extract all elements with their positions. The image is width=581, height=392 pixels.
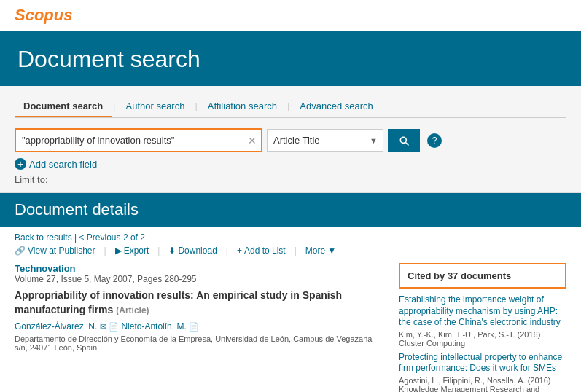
cited-link-1[interactable]: Establishing the importance weight of ap…	[399, 294, 566, 329]
view-at-publisher-link[interactable]: 🔗 View at Publisher	[15, 246, 95, 256]
author-1-link[interactable]: González-Álvarez, N.	[15, 321, 97, 332]
more-link[interactable]: More ▼	[305, 246, 336, 256]
download-icon: ⬇	[168, 246, 176, 256]
search-banner: Document search	[0, 31, 581, 86]
author-2-link[interactable]: Nieto-Antolín, M.	[121, 321, 186, 332]
add-list-icon: +	[237, 246, 242, 256]
search-tabs: Document search | Author search | Affili…	[15, 96, 566, 118]
scopus-logo: Scopus	[15, 6, 72, 24]
tab-advanced-search[interactable]: Advanced search	[291, 96, 381, 117]
add-search-field-button[interactable]: + Add search field	[15, 158, 566, 170]
search-row: ✕ Article Title Abstract Keywords Author…	[15, 128, 566, 152]
document-details-section: Document details Back to results | < Pre…	[0, 193, 581, 392]
cited-meta-1: Kim, Y.-K., Kim, T.-U., Park, S.-T. (201…	[399, 330, 566, 348]
authors: González-Álvarez, N. ✉ 📄 Nieto-Antolín, …	[15, 321, 387, 332]
previous-link[interactable]: < Previous	[79, 232, 121, 243]
document-content: Technovation Volume 27, Issue 5, May 200…	[15, 263, 566, 392]
add-to-list-link[interactable]: + Add to List	[237, 246, 286, 256]
export-icon: ▶	[115, 246, 122, 256]
document-details-body: Back to results | < Previous 2 of 2 🔗 Vi…	[0, 227, 581, 392]
export-link[interactable]: ▶ Export	[115, 246, 149, 256]
document-details-header: Document details	[0, 193, 581, 227]
search-button[interactable]	[388, 129, 420, 152]
mail-icon: ✉	[100, 322, 106, 331]
top-bar: Scopus	[0, 0, 581, 31]
search-input-wrapper: ✕	[15, 128, 262, 152]
external-link-icon: 🔗	[15, 246, 26, 256]
search-area: Document search | Author search | Affili…	[0, 86, 581, 193]
clear-icon[interactable]: ✕	[248, 135, 257, 146]
article-type: (Article)	[116, 305, 149, 315]
tab-affiliation-search[interactable]: Affiliation search	[199, 96, 286, 117]
search-icon	[398, 135, 410, 146]
field-dropdown[interactable]: Article Title Abstract Keywords Author J…	[267, 129, 383, 152]
cited-link-2[interactable]: Protecting intellectual property to enha…	[399, 352, 566, 375]
help-icon[interactable]: ?	[427, 133, 442, 148]
doc-left-panel: Technovation Volume 27, Issue 5, May 200…	[15, 263, 387, 392]
tab-document-search[interactable]: Document search	[15, 96, 112, 117]
doc-right-panel: Cited by 37 documents Establishing the i…	[399, 263, 566, 392]
action-bar: 🔗 View at Publisher | ▶ Export | ⬇ Downl…	[15, 246, 566, 256]
author-2-icons: 📄	[189, 322, 199, 331]
document-details-title: Document details	[15, 200, 566, 219]
add-search-field-label: Add search field	[29, 159, 97, 170]
cited-meta-2: Agostini, L., Filippini, R., Nosella, A.…	[399, 376, 566, 392]
banner-title: Document search	[17, 46, 564, 73]
author-1-icons: 📄	[109, 322, 119, 331]
article-title: Appropriability of innovation results: A…	[15, 289, 387, 317]
affiliation: Departamento de Dirección y Economía de …	[15, 334, 387, 352]
search-input[interactable]	[16, 130, 261, 151]
limit-to-label: Limit to:	[15, 174, 566, 185]
tab-author-search[interactable]: Author search	[117, 96, 193, 117]
result-count: 2 of 2	[123, 232, 145, 243]
add-icon: +	[15, 158, 26, 170]
cited-by-box[interactable]: Cited by 37 documents	[399, 263, 566, 289]
back-nav: Back to results | < Previous 2 of 2	[15, 232, 566, 243]
back-to-results-link[interactable]: Back to results	[15, 232, 72, 243]
download-link[interactable]: ⬇ Download	[168, 246, 217, 256]
cited-links: Establishing the importance weight of ap…	[399, 294, 566, 392]
field-dropdown-wrapper: Article Title Abstract Keywords Author J…	[267, 129, 383, 152]
more-arrow-icon: ▼	[327, 246, 336, 256]
journal-info: Volume 27, Issue 5, May 2007, Pages 280-…	[15, 274, 387, 284]
journal-name[interactable]: Technovation	[15, 263, 387, 274]
